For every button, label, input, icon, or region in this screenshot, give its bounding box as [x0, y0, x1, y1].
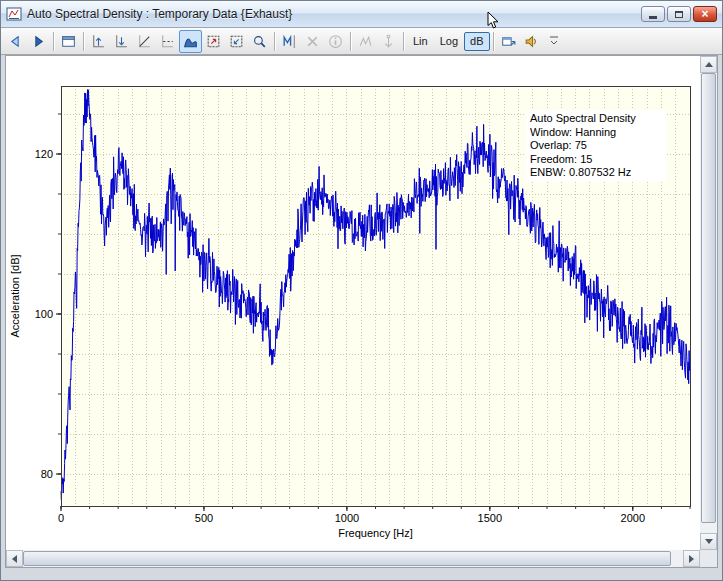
toolbar-separator: [403, 32, 404, 51]
horizontal-scroll-thumb[interactable]: [23, 551, 671, 566]
magnifier-icon: [251, 33, 268, 50]
vertical-scrollbar: [700, 56, 717, 550]
window-controls: ×: [641, 6, 717, 22]
svg-text:0: 0: [58, 512, 64, 524]
horizontal-scrollbar: [6, 550, 700, 567]
anchor-button: [377, 30, 400, 53]
lin-button[interactable]: Lin: [407, 32, 434, 51]
toolbar-separator: [83, 32, 84, 51]
scrollbar-corner: [700, 550, 717, 567]
svg-text:500: 500: [195, 512, 213, 524]
svg-text:1000: 1000: [335, 512, 359, 524]
scale-down-10-button[interactable]: [110, 30, 133, 53]
toolbar: Lin Log dB: [1, 28, 722, 55]
toolbar-separator: [53, 32, 54, 51]
annotation-overlap: Overlap: 75: [530, 139, 662, 153]
scale-up-10-icon: [90, 33, 107, 50]
speaker-icon: [523, 33, 540, 50]
export-icon: [500, 33, 517, 50]
annotation-title: Auto Spectral Density: [530, 112, 662, 126]
svg-text:Acceleration [dB]: Acceleration [dB]: [9, 254, 21, 337]
minimize-icon: [649, 16, 657, 19]
chart-area: 050010001500200080100120Frequency [Hz]Ac…: [6, 56, 700, 550]
titlebar: Auto Spectral Density : Temporary Data {…: [1, 1, 722, 28]
scroll-up-button[interactable]: [700, 56, 717, 73]
forward-icon: [30, 33, 47, 50]
scroll-left-button[interactable]: [6, 550, 23, 567]
db-button[interactable]: dB: [464, 32, 489, 51]
back-icon: [7, 33, 24, 50]
layout-button[interactable]: [57, 30, 80, 53]
close-button[interactable]: ×: [693, 6, 717, 22]
forward-button[interactable]: [27, 30, 50, 53]
magnifier-button[interactable]: [248, 30, 271, 53]
sound-button[interactable]: [520, 30, 543, 53]
minimize-button[interactable]: [641, 6, 665, 22]
dotted-line-button[interactable]: [156, 30, 179, 53]
maximize-icon: [675, 11, 683, 18]
annotation-enbw: ENBW: 0.807532 Hz: [530, 166, 662, 180]
window-frame: 050010001500200080100120Frequency [Hz]Ac…: [1, 55, 722, 580]
overflow-chevron-icon: [549, 35, 559, 47]
peak-search-icon: [357, 33, 374, 50]
svg-text:120: 120: [35, 148, 53, 160]
svg-text:2000: 2000: [621, 512, 645, 524]
log-button[interactable]: Log: [434, 32, 464, 51]
export-button[interactable]: [497, 30, 520, 53]
svg-text:Frequency [Hz]: Frequency [Hz]: [338, 527, 413, 539]
scale-down-10-icon: [113, 33, 130, 50]
maximize-button[interactable]: [667, 6, 691, 22]
horizontal-scroll-track[interactable]: [23, 550, 683, 567]
svg-text:100: 100: [35, 308, 53, 320]
cursor-marker-icon: [281, 33, 298, 50]
cursor-marker-button[interactable]: [278, 30, 301, 53]
zoom-box-icon: [205, 33, 222, 50]
svg-text:80: 80: [41, 468, 53, 480]
dotted-line-icon: [159, 33, 176, 50]
back-button[interactable]: [4, 30, 27, 53]
scroll-right-button[interactable]: [683, 550, 700, 567]
toolbar-separator: [350, 32, 351, 51]
anchor-icon: [380, 33, 397, 50]
delete-button: [301, 30, 324, 53]
scroll-down-button[interactable]: [700, 533, 717, 550]
area-curve-icon: [182, 33, 199, 50]
info-icon: [327, 33, 344, 50]
annotation-box: Auto Spectral Density Window: Hanning Ov…: [526, 110, 666, 182]
slope-button[interactable]: [133, 30, 156, 53]
peak-search-button: [354, 30, 377, 53]
arrow-left-icon: [12, 555, 17, 563]
layout-icon: [60, 33, 77, 50]
vertical-scroll-track[interactable]: [700, 73, 717, 533]
client-area: 050010001500200080100120Frequency [Hz]Ac…: [6, 56, 717, 567]
vertical-scroll-thumb[interactable]: [701, 73, 716, 523]
toolbar-overflow-button[interactable]: [549, 35, 559, 47]
svg-text:1500: 1500: [478, 512, 502, 524]
arrow-up-icon: [705, 62, 713, 67]
zoom-box-alt-button[interactable]: [225, 30, 248, 53]
delete-icon: [304, 33, 321, 50]
toolbar-separator: [493, 32, 494, 51]
zoom-box-button[interactable]: [202, 30, 225, 53]
slope-icon: [136, 33, 153, 50]
arrow-down-icon: [705, 539, 713, 544]
scale-up-10-button[interactable]: [87, 30, 110, 53]
app-window: Auto Spectral Density : Temporary Data {…: [0, 0, 723, 581]
annotation-freedom: Freedom: 15: [530, 153, 662, 167]
window-title: Auto Spectral Density : Temporary Data {…: [27, 7, 636, 21]
arrow-right-icon: [689, 555, 694, 563]
annotation-window: Window: Hanning: [530, 126, 662, 140]
zoom-box-alt-icon: [228, 33, 245, 50]
app-icon: [6, 6, 22, 22]
area-curve-button[interactable]: [179, 30, 202, 53]
mouse-cursor: [487, 11, 500, 30]
toolbar-separator: [274, 32, 275, 51]
info-button: [324, 30, 347, 53]
